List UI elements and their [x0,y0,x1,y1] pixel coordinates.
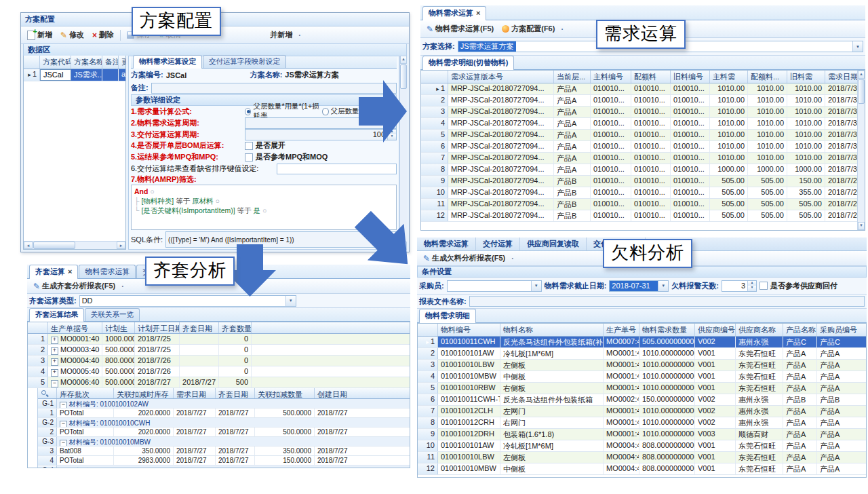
table-row[interactable]: 12 MRP-JSCal-20180727094... 产品B 010010..… [421,210,857,222]
column-header[interactable]: 物料名称 [500,324,604,336]
scheme-config-button[interactable]: 方案配置(F6) [498,22,558,35]
condition-menu-icon[interactable]: ○ [262,206,267,214]
scroll-down-arrow[interactable]: ▼ [858,222,865,230]
table-row[interactable]: 5 MRP-JSCal-20180727094... 产品A 010010...… [421,130,857,141]
scroll-up-arrow[interactable]: ▲ [400,56,407,64]
table-row[interactable]: 5 010010010RBW 右侧板 MO0001:40 1010.000000… [418,383,866,394]
column-header[interactable]: 需求运算版本号 [448,71,554,83]
toolbar-overflow[interactable]: · [298,31,301,39]
mpq-checkbox[interactable] [245,153,253,162]
tab-delivery-calc[interactable]: 交付运算 [476,238,520,250]
column-header[interactable]: 当前层... [554,71,591,83]
supplier-reply-checkbox[interactable] [760,282,768,290]
vertical-scrollbar[interactable]: ▲ ▼ [857,71,865,230]
expand-icon[interactable]: − [51,380,58,387]
chevron-down-icon[interactable]: ▼ [285,296,296,306]
table-row[interactable]: 2 +MO0003:40 500.0000 2018/7/25 0 [28,345,410,356]
column-header[interactable] [24,56,40,69]
column-header[interactable]: 主料需 [710,71,748,83]
group-row[interactable]: G-4 −材料编号: 010010010RBW [38,466,410,468]
sort-key-input[interactable] [277,164,397,174]
column-header[interactable]: 需求日期 [825,71,857,83]
column-header[interactable]: 供应商编号 [695,324,736,336]
tab-material-demand-detail[interactable]: 物料需求明细 [419,309,476,323]
column-header[interactable]: 采购员编号 [817,324,866,336]
material-filter-box[interactable]: And ○ ├ [物料种类] 等于 原材料 ○ └ [是否关键料(IsImpor… [131,185,397,230]
column-header[interactable]: 配额料 [631,71,671,83]
table-row[interactable]: 7 MRP-JSCal-20180727094... 产品A 010010...… [421,153,857,164]
column-header[interactable] [418,324,438,336]
group-row[interactable]: G-3 −材料编号: 010010010MBW [38,437,410,446]
toolbar-overflow[interactable]: · [121,282,124,290]
column-header[interactable]: 旧料编号 [671,71,710,83]
chevron-down-icon[interactable]: ▼ [658,281,668,291]
column-header[interactable]: 库存批次 [57,388,114,398]
column-header[interactable]: 齐套日期 [180,322,219,333]
radio-formula-2[interactable] [322,108,328,115]
table-row[interactable]: 2 MRP-JSCal-20180727094... 产品A 010010...… [421,95,857,107]
tab-demand-detail[interactable]: 物料需求明细(切替物料) [422,56,514,70]
scroll-right-arrow[interactable]: ▸ [117,242,125,249]
close-tab-icon[interactable]: × [476,9,480,17]
table-row[interactable]: 11 010010010LBW 左侧板 MO0004:40 808.000000… [418,452,866,463]
toolbar-overflow[interactable]: · [561,25,564,33]
table-row[interactable]: ▸1 010010011CWH 反光条马达组件外包装纸箱(补件) MO0007:… [418,337,866,348]
table-row[interactable]: 12 010010010MBW 中侧板 MO0004:40 808.000000… [418,463,866,475]
column-header[interactable]: 计划开工日期 [135,322,180,333]
column-header[interactable]: 配额料... [748,71,787,83]
modify-button[interactable]: ✎修改 [57,28,87,41]
expand-bom-checkbox[interactable] [245,142,253,150]
table-row[interactable]: 6 MRP-JSCal-20180727094... 产品A 010010...… [421,141,857,153]
horizontal-scrollbar[interactable]: ◂ ▸ [24,241,125,249]
table-row[interactable]: 2 POTotal 2020.0000 2018/7/27 2018/7/27 … [38,428,410,437]
table-row[interactable]: 9 MRP-JSCal-20180727094... 产品B 010010...… [421,176,857,187]
column-header[interactable]: 需求日期 [174,388,216,398]
table-row[interactable]: 8 010010012CRH 右网门 MO0001:40 1010.000000… [418,417,866,429]
scroll-up-arrow[interactable]: ▲ [858,71,865,79]
buyer-combo[interactable]: ▼ [447,280,542,292]
column-header[interactable]: 主料编号 [591,71,631,83]
scroll-left-arrow[interactable]: ◂ [24,242,33,249]
tab-demand-settings[interactable]: 物料需求运算设定 [133,55,202,69]
table-row[interactable]: 2 0100100101AW 冷轧板[1M*6M] MO0001:40 1010… [418,348,866,360]
table-row[interactable]: 3 MRP-JSCal-20180727094... 产品A 010010...… [421,107,857,118]
column-header[interactable] [28,322,48,333]
column-header-code[interactable]: 方案代码 [40,56,71,69]
condition-menu-icon[interactable]: ○ [215,197,219,205]
expand-icon[interactable]: + [51,337,58,344]
table-row[interactable]: 10 MRP-JSCal-20180727094... 产品B 010010..… [421,187,857,199]
table-row[interactable]: 3 +MO0004:40 800.0000 2018/7/26 0 [28,356,410,366]
column-header-name[interactable]: 方案名称 [71,56,102,69]
tab-supplier-reply[interactable]: 供应商回复读取 [520,238,587,250]
scroll-thumb[interactable] [33,242,75,249]
search-icon[interactable] [41,390,48,397]
scroll-thumb[interactable] [858,79,865,104]
report-file-input[interactable] [469,296,865,307]
table-row[interactable]: 3 Bat008 350.0000 2018/7/27 2018/7/27 35… [38,446,410,456]
table-row[interactable]: 9 010010012DRH 包装箱(1.6*1.8) MO0001:40 10… [418,429,866,440]
column-header[interactable] [252,322,410,333]
save-and-new-button[interactable]: 并新增 [267,28,296,41]
generate-kit-report-button[interactable]: ✎生成齐套分析报表(F5) [30,280,119,292]
delete-button[interactable]: ×删除 [89,28,117,41]
collapse-icon[interactable]: − [60,402,67,408]
chevron-down-icon[interactable]: ▼ [531,281,541,291]
table-row[interactable]: 5 −MO0006:40 500.0000 2018/7/27 2018/7/2… [28,377,410,388]
add-condition-icon[interactable]: ○ [150,187,154,195]
expand-icon[interactable]: + [51,347,58,355]
radio-formula-1[interactable] [245,108,251,115]
table-row[interactable]: 4 010010010MBW 中侧板 MO0001:40 1010.000000… [418,371,866,383]
tab-relation-list[interactable]: 关联关系一览 [85,308,140,321]
tab-kit-calc[interactable]: 齐套运算× [29,265,78,279]
column-header[interactable]: 齐套数量 [219,322,252,333]
collapse-icon[interactable]: − [60,421,67,427]
table-row[interactable]: 3 010010010LBW 左侧板 MO0001:40 1010.000000… [418,360,866,371]
table-row[interactable]: 8 MRP-JSCal-20180727094... 产品A 010010...… [421,164,857,176]
column-header[interactable]: 产品名称 [783,324,817,336]
tab-kit-result[interactable]: 齐套运算结果 [29,308,84,322]
table-row[interactable]: 1 POTotal 2020.0000 2018/7/27 2018/7/27 … [38,408,410,418]
column-header-upd[interactable]: 更 [119,56,125,69]
table-row[interactable]: 10 0100100101AW 冷轧板[1M*6M] MO0004:40 808… [418,440,866,452]
chevron-down-icon[interactable]: ▼ [852,41,863,52]
column-header[interactable]: 关联扣减时库存 [114,388,174,398]
